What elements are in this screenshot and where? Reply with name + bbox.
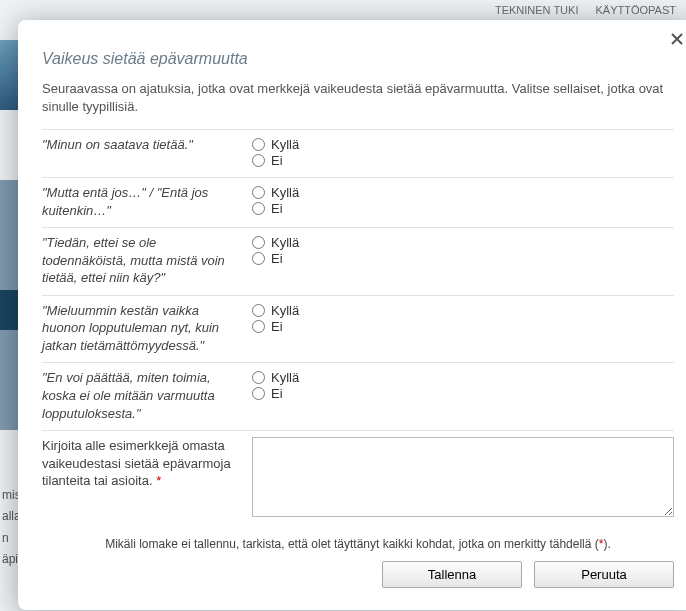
modal-title: Vaikeus sietää epävarmuutta [42,50,674,68]
form-footnote: Mikäli lomake ei tallennu, tarkista, ett… [42,537,674,551]
radio-no[interactable] [252,252,265,265]
radio-no[interactable] [252,320,265,333]
question-text: "Mieluummin kestän vaikka huonon lopputu… [42,302,252,355]
nav-link-1[interactable]: TEKNINEN TUKI [495,4,579,16]
radio-yes[interactable] [252,138,265,151]
question-text: "Minun on saatava tietää." [42,136,252,169]
question-row: "Mutta entä jos…" / "Entä jos kuitenkin…… [42,177,674,227]
option-yes[interactable]: Kyllä [252,235,674,250]
form-modal: Vaikeus sietää epävarmuutta Seuraavassa … [18,20,686,610]
option-no[interactable]: Ei [252,386,674,401]
required-star: * [156,473,161,488]
radio-no[interactable] [252,387,265,400]
option-yes[interactable]: Kyllä [252,185,674,200]
question-text: Kirjoita alle esimerkkejä omasta vaikeud… [42,437,252,517]
option-no[interactable]: Ei [252,201,674,216]
option-no[interactable]: Ei [252,251,674,266]
radio-no[interactable] [252,202,265,215]
question-row: Kirjoita alle esimerkkejä omasta vaikeud… [42,430,674,525]
radio-yes[interactable] [252,236,265,249]
save-button[interactable]: Tallenna [382,561,522,588]
question-row: "Mieluummin kestän vaikka huonon lopputu… [42,295,674,363]
nav-link-2[interactable]: KÄYTTÖOPAST [596,4,676,16]
question-row: "Tiedän, ettei se ole todennäköistä, mut… [42,227,674,295]
question-text: "En voi päättää, miten toimia, koska ei … [42,369,252,422]
radio-no[interactable] [252,154,265,167]
radio-yes[interactable] [252,371,265,384]
question-row: "En voi päättää, miten toimia, koska ei … [42,362,674,430]
close-icon [670,32,684,46]
question-text: "Mutta entä jos…" / "Entä jos kuitenkin…… [42,184,252,219]
examples-textarea[interactable] [252,437,674,517]
close-button[interactable] [670,32,684,46]
option-no[interactable]: Ei [252,153,674,168]
option-yes[interactable]: Kyllä [252,303,674,318]
modal-intro: Seuraavassa on ajatuksia, jotka ovat mer… [42,80,674,115]
radio-yes[interactable] [252,186,265,199]
question-row: "Minun on saatava tietää." Kyllä Ei [42,129,674,177]
option-yes[interactable]: Kyllä [252,137,674,152]
cancel-button[interactable]: Peruuta [534,561,674,588]
option-no[interactable]: Ei [252,319,674,334]
question-text: "Tiedän, ettei se ole todennäköistä, mut… [42,234,252,287]
radio-yes[interactable] [252,304,265,317]
option-yes[interactable]: Kyllä [252,370,674,385]
